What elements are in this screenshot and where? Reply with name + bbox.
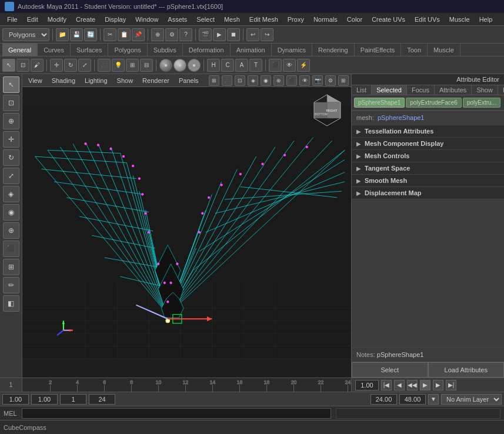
menu-create[interactable]: Create bbox=[71, 15, 100, 24]
current-time-display[interactable] bbox=[355, 380, 379, 390]
tab-dynamics[interactable]: Dynamics bbox=[272, 44, 312, 56]
time-right-input[interactable]: 24.00 bbox=[371, 394, 397, 405]
viewport-3d[interactable]: RIGHT BOTTOM bbox=[22, 87, 351, 378]
vp-icon-6[interactable]: ⊕ bbox=[273, 75, 284, 86]
snap2-btn[interactable]: ⊟ bbox=[140, 59, 153, 72]
tab-surfaces[interactable]: Surfaces bbox=[71, 44, 108, 56]
anim-layer-arrow[interactable]: ▼ bbox=[428, 394, 439, 405]
camera-btn[interactable]: 🎥 bbox=[98, 59, 111, 72]
vp-menu-show[interactable]: Show bbox=[114, 76, 137, 85]
scale-tool[interactable]: ⤢ bbox=[78, 59, 91, 72]
paint-select-btn[interactable]: ⊕ bbox=[3, 113, 19, 129]
node-btn-extrude[interactable]: polyExtrudeFace6 bbox=[406, 98, 462, 108]
go-end-btn[interactable]: ▶| bbox=[446, 380, 456, 390]
mode-dropdown[interactable]: Polygons bbox=[2, 28, 49, 41]
load-attributes-button[interactable]: Load Attributes bbox=[428, 362, 505, 378]
node-btn-sphere[interactable]: pSphereShape1 bbox=[354, 98, 405, 108]
menu-mesh[interactable]: Mesh bbox=[219, 15, 245, 24]
menu-window[interactable]: Window bbox=[131, 15, 163, 24]
cube-btn[interactable]: ⬛ bbox=[3, 241, 19, 257]
vp-menu-lighting[interactable]: Lighting bbox=[81, 76, 111, 85]
toolbar-btn-render[interactable]: 🎬 bbox=[199, 28, 212, 41]
pen-btn[interactable]: ✏ bbox=[3, 277, 19, 293]
menu-assets[interactable]: Assets bbox=[163, 15, 192, 24]
mel-input[interactable] bbox=[22, 408, 331, 419]
shiny-btn[interactable]: ● bbox=[173, 59, 186, 72]
menu-edit[interactable]: Edit bbox=[22, 15, 43, 24]
toolbar-btn-10[interactable]: ⏹ bbox=[227, 28, 240, 41]
attr-tab-attributes[interactable]: Attributes bbox=[435, 85, 472, 95]
toolbar-btn-3[interactable]: 🔄 bbox=[84, 28, 97, 41]
vp-menu-shading[interactable]: Shading bbox=[48, 76, 79, 85]
vp-icon-camera[interactable]: 📷 bbox=[312, 75, 323, 86]
tab-deformation[interactable]: Deformation bbox=[183, 44, 231, 56]
frame-field2[interactable]: 1.00 bbox=[31, 394, 58, 405]
history-mode-btn[interactable]: ⊕ bbox=[3, 222, 19, 239]
tab-subdivs[interactable]: Subdivs bbox=[148, 44, 183, 56]
attr-tab-focus[interactable]: Focus bbox=[407, 85, 435, 95]
toolbar-btn-history[interactable]: ↩ bbox=[246, 28, 259, 41]
section-tangent-space-header[interactable]: ▶ Tangent Space bbox=[352, 162, 504, 174]
select-button[interactable]: Select bbox=[352, 362, 428, 378]
vp-menu-view[interactable]: View bbox=[25, 76, 46, 85]
tab-general[interactable]: General bbox=[2, 44, 38, 56]
section-mesh-component-header[interactable]: ▶ Mesh Component Display bbox=[352, 138, 504, 149]
vp-menu-panels[interactable]: Panels bbox=[175, 76, 202, 85]
toolbar-btn-4[interactable]: ✂ bbox=[104, 28, 116, 41]
attr-tab-help[interactable]: Help bbox=[498, 85, 504, 95]
rotate-mode-btn[interactable]: ↻ bbox=[3, 149, 19, 166]
soft-mode-btn[interactable]: ◉ bbox=[3, 204, 19, 221]
rotate-tool[interactable]: ↻ bbox=[64, 59, 77, 72]
menu-muscle[interactable]: Muscle bbox=[445, 15, 475, 24]
tab-painteffects[interactable]: PaintEffects bbox=[355, 44, 402, 56]
attr-btn[interactable]: A bbox=[235, 59, 248, 72]
vp-icon-10[interactable]: ⊞ bbox=[338, 75, 349, 86]
menu-select[interactable]: Select bbox=[192, 15, 219, 24]
time-end-input[interactable]: 48.00 bbox=[399, 394, 426, 405]
move-mode-btn[interactable]: ✛ bbox=[3, 131, 19, 148]
menu-display[interactable]: Display bbox=[100, 15, 131, 24]
toolbar-btn-2[interactable]: 💾 bbox=[70, 28, 83, 41]
play-back-btn[interactable]: ◀◀ bbox=[407, 380, 418, 390]
menu-create-uvs[interactable]: Create UVs bbox=[367, 15, 410, 24]
history-btn[interactable]: H bbox=[207, 59, 220, 72]
vp-icon-2[interactable]: 🎥 bbox=[222, 75, 232, 86]
attr-tab-selected[interactable]: Selected bbox=[372, 85, 407, 95]
menu-file[interactable]: File bbox=[2, 15, 22, 24]
menu-edit-uvs[interactable]: Edit UVs bbox=[410, 15, 445, 24]
node-btn-extrude2[interactable]: polyExtru... bbox=[463, 98, 500, 108]
orientation-cube[interactable]: RIGHT BOTTOM bbox=[308, 92, 346, 130]
ipr-btn[interactable]: ⚡ bbox=[297, 59, 310, 72]
section-tessellation-header[interactable]: ▶ Tessellation Attributes bbox=[352, 125, 504, 137]
tab-toon[interactable]: Toon bbox=[401, 44, 428, 56]
vp-icon-8[interactable]: 👁 bbox=[299, 75, 310, 86]
play-btn[interactable]: ▶ bbox=[420, 380, 430, 390]
vp-icon-1[interactable]: ⊞ bbox=[209, 75, 219, 86]
vp-menu-renderer[interactable]: Renderer bbox=[139, 76, 173, 85]
timeline-ruler[interactable]: 2 4 6 8 10 12 14 16 18 20 22 24 bbox=[22, 378, 351, 392]
frame-field3[interactable]: 1 bbox=[60, 394, 86, 405]
menu-proxy[interactable]: Proxy bbox=[283, 15, 309, 24]
frame-field4[interactable]: 24 bbox=[89, 394, 115, 405]
toolbar-btn-7[interactable]: ⚙ bbox=[165, 28, 178, 41]
flat-btn[interactable]: ● bbox=[188, 59, 201, 72]
prop-btn[interactable]: ◧ bbox=[3, 295, 19, 312]
attr-tab-list[interactable]: List bbox=[352, 85, 372, 95]
universal-mode-btn[interactable]: ◈ bbox=[3, 186, 19, 202]
attr-tab-show[interactable]: Show bbox=[472, 85, 498, 95]
lasso-tool[interactable]: ⊡ bbox=[16, 59, 29, 72]
lasso-mode-btn[interactable]: ⊡ bbox=[3, 95, 19, 111]
step-fwd-btn[interactable]: ▶ bbox=[433, 380, 443, 390]
scale-mode-btn[interactable]: ⤢ bbox=[3, 168, 19, 184]
vp-icon-5[interactable]: ◉ bbox=[261, 75, 271, 86]
step-back-btn[interactable]: ◀ bbox=[394, 380, 405, 390]
cam-mode-btn[interactable]: ⊞ bbox=[3, 259, 19, 275]
vp-icon-4[interactable]: ◈ bbox=[248, 75, 258, 86]
tab-muscle[interactable]: Muscle bbox=[428, 44, 460, 56]
paint-tool[interactable]: 🖌 bbox=[31, 59, 44, 72]
select-mode-btn[interactable]: ↖ bbox=[3, 76, 19, 93]
vp-icon-7[interactable]: ⬛ bbox=[286, 75, 297, 86]
menu-edit-mesh[interactable]: Edit Mesh bbox=[245, 15, 283, 24]
tab-curves[interactable]: Curves bbox=[38, 44, 71, 56]
tab-polygons[interactable]: Polygons bbox=[108, 44, 147, 56]
